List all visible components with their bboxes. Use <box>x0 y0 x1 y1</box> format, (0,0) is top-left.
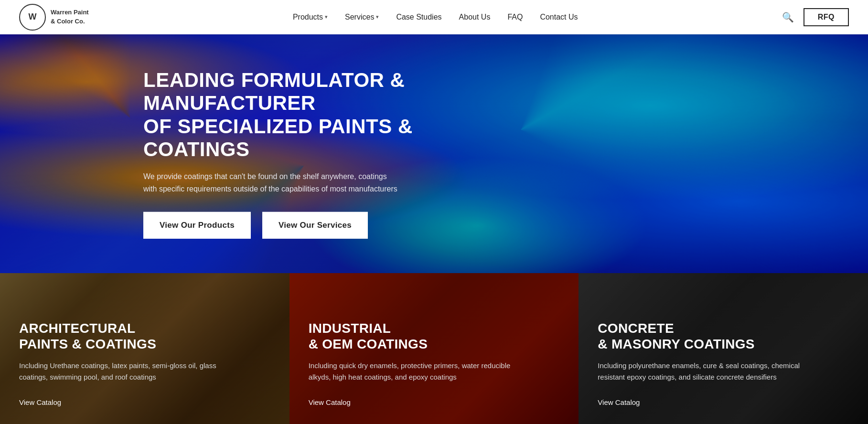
hero-section: LEADING FORMULATOR & MANUFACTURER OF SPE… <box>0 34 868 273</box>
logo[interactable]: W Warren Paint & Color Co. <box>19 4 89 31</box>
card-content-industrial: INDUSTRIAL & OEM COATINGS Including quic… <box>309 320 560 407</box>
logo-icon: W <box>19 4 46 31</box>
header: W Warren Paint & Color Co. Products ▾ Se… <box>0 0 868 34</box>
card-desc-concrete: Including polyurethane enamels, cure & s… <box>598 360 817 383</box>
search-button[interactable]: 🔍 <box>782 11 794 23</box>
hero-subtitle: We provide coatings that can't be found … <box>143 170 401 195</box>
card-concrete[interactable]: CONCRETE & MASONRY COATINGS Including po… <box>579 273 868 424</box>
view-products-button[interactable]: View Our Products <box>143 212 251 239</box>
product-cards-section: ARCHITECTURAL PAINTS & COATINGS Includin… <box>0 273 868 424</box>
card-title-architectural: ARCHITECTURAL PAINTS & COATINGS <box>19 320 270 352</box>
nav-faq[interactable]: FAQ <box>507 13 523 21</box>
nav-case-studies[interactable]: Case Studies <box>396 13 441 21</box>
chevron-down-icon: ▾ <box>376 14 379 20</box>
chevron-down-icon: ▾ <box>325 14 328 20</box>
card-content-architectural: ARCHITECTURAL PAINTS & COATINGS Includin… <box>19 320 270 407</box>
hero-buttons: View Our Products View Our Services <box>143 212 449 239</box>
nav-products[interactable]: Products ▾ <box>293 13 328 21</box>
card-link-architectural[interactable]: View Catalog <box>19 398 61 407</box>
card-architectural[interactable]: ARCHITECTURAL PAINTS & COATINGS Includin… <box>0 273 289 424</box>
card-content-concrete: CONCRETE & MASONRY COATINGS Including po… <box>598 320 849 407</box>
nav-contact[interactable]: Contact Us <box>540 13 578 21</box>
card-industrial[interactable]: INDUSTRIAL & OEM COATINGS Including quic… <box>289 273 579 424</box>
nav-services[interactable]: Services ▾ <box>345 13 379 21</box>
search-icon: 🔍 <box>782 12 794 22</box>
card-desc-architectural: Including Urethane coatings, latex paint… <box>19 360 239 383</box>
header-right: 🔍 RFQ <box>782 8 849 26</box>
hero-content: LEADING FORMULATOR & MANUFACTURER OF SPE… <box>143 69 449 239</box>
card-link-industrial[interactable]: View Catalog <box>309 398 351 407</box>
view-services-button[interactable]: View Our Services <box>262 212 368 239</box>
card-title-concrete: CONCRETE & MASONRY COATINGS <box>598 320 849 352</box>
card-link-concrete[interactable]: View Catalog <box>598 398 640 407</box>
nav-about[interactable]: About Us <box>459 13 491 21</box>
rfq-button[interactable]: RFQ <box>804 8 849 26</box>
card-title-industrial: INDUSTRIAL & OEM COATINGS <box>309 320 560 352</box>
hero-title: LEADING FORMULATOR & MANUFACTURER OF SPE… <box>143 69 449 161</box>
main-nav: Products ▾ Services ▾ Case Studies About… <box>293 13 578 21</box>
card-desc-industrial: Including quick dry enamels, protective … <box>309 360 528 383</box>
logo-text: Warren Paint & Color Co. <box>51 8 89 25</box>
